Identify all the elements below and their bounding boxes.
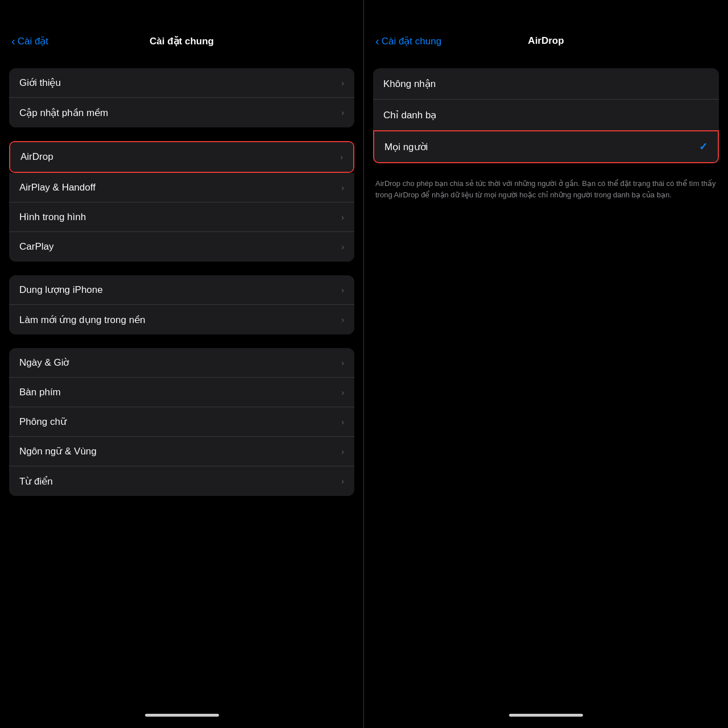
sidebar-item-hinh-trong-hinh[interactable]: Hình trong hình › (9, 202, 354, 232)
sidebar-item-lam-moi[interactable]: Làm mới ứng dụng trong nền › (9, 305, 354, 334)
gioi-thieu-chevron-icon: › (341, 78, 344, 88)
sidebar-item-tu-dien[interactable]: Từ điển › (9, 466, 354, 496)
sidebar-item-airplay[interactable]: AirPlay & Handoff › (9, 173, 354, 202)
sidebar-item-airdrop[interactable]: AirDrop › (10, 142, 353, 172)
tu-dien-label: Từ điển (19, 475, 53, 487)
right-home-indicator (509, 714, 583, 717)
lam-moi-chevron-icon: › (341, 315, 344, 324)
airdrop-option-khong-nhan[interactable]: Không nhận (373, 68, 719, 99)
phong-chu-label: Phông chữ (19, 416, 67, 428)
sidebar-item-phong-chu[interactable]: Phông chữ › (9, 407, 354, 437)
right-back-button[interactable]: ‹ Cài đặt chung (375, 35, 441, 47)
left-group-1: Giới thiệu › Cập nhật phần mềm › (9, 68, 354, 127)
phong-chu-chevron-icon: › (341, 417, 344, 427)
sidebar-item-ngay-gio[interactable]: Ngày & Giờ › (9, 348, 354, 378)
airdrop-option-chi-danh-ba[interactable]: Chỉ danh bạ (373, 100, 719, 130)
left-header-title: Cài đặt chung (150, 35, 214, 47)
ngay-gio-label: Ngày & Giờ (19, 357, 69, 369)
right-panel: ‹ Cài đặt chung AirDrop Không nhận Chỉ d… (364, 0, 728, 728)
sidebar-item-gioi-thieu[interactable]: Giới thiệu › (9, 68, 354, 98)
left-header: ‹ Cài đặt Cài đặt chung (0, 0, 363, 57)
moi-nguoi-checkmark-icon: ✓ (699, 140, 708, 153)
sidebar-item-ngon-ngu[interactable]: Ngôn ngữ & Vùng › (9, 437, 354, 466)
airdrop-label: AirDrop (20, 151, 53, 163)
chi-danh-ba-label: Chỉ danh bạ (383, 109, 436, 121)
lam-moi-label: Làm mới ứng dụng trong nền (19, 314, 146, 326)
cap-nhat-label: Cập nhật phần mềm (19, 107, 108, 119)
left-panel: ‹ Cài đặt Cài đặt chung Giới thiệu › Cập… (0, 0, 364, 728)
right-header-title: AirDrop (528, 35, 564, 47)
carplay-label: CarPlay (19, 241, 53, 253)
sidebar-item-cap-nhat[interactable]: Cập nhật phần mềm › (9, 98, 354, 127)
airplay-label: AirPlay & Handoff (19, 182, 96, 193)
left-home-indicator (145, 714, 219, 717)
ngay-gio-chevron-icon: › (341, 358, 344, 367)
airdrop-options-group: Không nhận Chỉ danh bạ Mọi người ✓ (373, 68, 719, 163)
right-header: ‹ Cài đặt chung AirDrop (364, 0, 728, 57)
left-content: Giới thiệu › Cập nhật phần mềm › AirDrop… (0, 57, 363, 714)
moi-nguoi-label: Mọi người (384, 141, 428, 153)
khong-nhan-label: Không nhận (383, 78, 436, 90)
airdrop-description: AirDrop cho phép bạn chia sẻ tức thời vớ… (373, 172, 719, 200)
dung-luong-label: Dung lượng iPhone (19, 284, 103, 296)
dung-luong-chevron-icon: › (341, 286, 344, 295)
airdrop-option-moi-nguoi[interactable]: Mọi người ✓ (374, 131, 718, 162)
airplay-chevron-icon: › (341, 183, 344, 192)
left-back-label: Cài đặt (18, 35, 48, 47)
sidebar-item-ban-phim[interactable]: Bàn phím › (9, 378, 354, 407)
ngon-ngu-chevron-icon: › (341, 447, 344, 456)
left-back-button[interactable]: ‹ Cài đặt (11, 35, 48, 47)
left-group-4: Ngày & Giờ › Bàn phím › Phông chữ › Ngôn… (9, 348, 354, 496)
ban-phim-label: Bàn phím (19, 387, 61, 398)
left-group-2: AirDrop › AirPlay & Handoff › Hình trong… (9, 141, 354, 262)
gioi-thieu-label: Giới thiệu (19, 77, 61, 89)
right-back-label: Cài đặt chung (382, 35, 441, 47)
cap-nhat-chevron-icon: › (341, 108, 344, 117)
right-back-chevron-icon: ‹ (375, 35, 379, 47)
sidebar-item-dung-luong[interactable]: Dung lượng iPhone › (9, 275, 354, 305)
ngon-ngu-label: Ngôn ngữ & Vùng (19, 445, 97, 457)
left-group-3: Dung lượng iPhone › Làm mới ứng dụng tro… (9, 275, 354, 334)
hinh-trong-hinh-chevron-icon: › (341, 213, 344, 222)
sidebar-item-carplay[interactable]: CarPlay › (9, 232, 354, 262)
left-back-chevron-icon: ‹ (11, 35, 15, 47)
right-content: Không nhận Chỉ danh bạ Mọi người ✓ AirDr… (364, 57, 728, 714)
tu-dien-chevron-icon: › (341, 477, 344, 486)
hinh-trong-hinh-label: Hình trong hình (19, 212, 86, 223)
carplay-chevron-icon: › (341, 242, 344, 251)
airdrop-chevron-icon: › (340, 152, 343, 162)
ban-phim-chevron-icon: › (341, 388, 344, 397)
